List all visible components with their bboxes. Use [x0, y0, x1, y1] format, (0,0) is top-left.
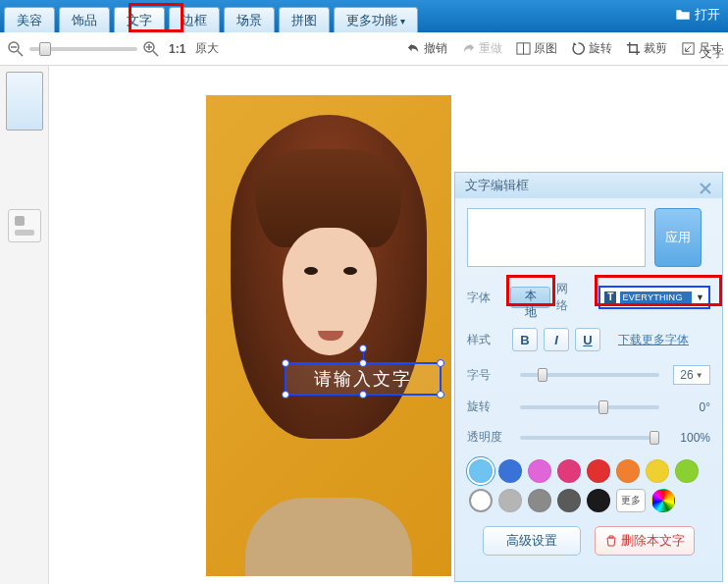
- opacity-label: 透明度: [467, 429, 506, 446]
- text-content-input[interactable]: [467, 208, 646, 267]
- size-label: 字号: [467, 367, 506, 384]
- photo-eye-left: [304, 267, 318, 275]
- resize-handle-tr[interactable]: [437, 359, 444, 367]
- rotate-button[interactable]: 旋转: [571, 40, 612, 57]
- color-picker-button[interactable]: [651, 489, 675, 512]
- zoom-group: [8, 41, 159, 57]
- crop-icon: [626, 41, 641, 56]
- color-swatch[interactable]: [587, 459, 610, 483]
- color-swatch[interactable]: [528, 489, 551, 512]
- font-select[interactable]: T EVERYTHING ▼: [598, 286, 710, 309]
- zoom-out-icon[interactable]: [8, 41, 24, 57]
- color-swatch[interactable]: [528, 459, 551, 483]
- close-icon: [699, 182, 712, 195]
- rotate-row: 旋转 0°: [467, 398, 710, 415]
- right-panel-label: 文字: [701, 45, 724, 62]
- tab-border[interactable]: 边框: [169, 7, 220, 32]
- resize-handle-t[interactable]: [359, 359, 367, 367]
- opacity-row: 透明度 100%: [467, 429, 710, 446]
- color-swatch[interactable]: [557, 489, 581, 512]
- bold-button[interactable]: B: [512, 328, 538, 351]
- zoom-ratio: 1:1: [169, 42, 185, 56]
- toolbar: 1:1 原大 撤销 重做 原图 旋转 裁剪 尺寸: [0, 32, 728, 66]
- panel-close-button[interactable]: [699, 179, 712, 192]
- original-button[interactable]: 原图: [516, 40, 557, 57]
- canvas-text-placeholder: 请输入文字: [314, 367, 412, 391]
- resize-handle-b[interactable]: [359, 391, 367, 398]
- resize-handle-tl[interactable]: [282, 359, 289, 367]
- underline-button[interactable]: U: [575, 328, 600, 351]
- size-slider[interactable]: [520, 373, 659, 377]
- chevron-down-icon: ▼: [696, 292, 704, 302]
- delete-text-label: 删除本文字: [621, 532, 685, 550]
- size-value[interactable]: 26▼: [673, 365, 710, 385]
- photo-shirt: [245, 498, 412, 576]
- tab-beauty[interactable]: 美容: [4, 7, 55, 32]
- color-swatch[interactable]: [646, 459, 669, 483]
- color-swatch[interactable]: [469, 459, 493, 483]
- main-tabbar: 美容 饰品 文字 边框 场景 拼图 更多功能 打开: [0, 0, 728, 32]
- style-label: 样式: [467, 332, 506, 348]
- undo-button[interactable]: 撤销: [406, 40, 447, 57]
- apply-button[interactable]: 应用: [654, 208, 702, 267]
- open-label: 打开: [695, 6, 720, 24]
- delete-text-button[interactable]: 删除本文字: [595, 526, 695, 556]
- svg-line-4: [153, 51, 158, 56]
- font-network-button[interactable]: 网络: [556, 281, 579, 314]
- photo[interactable]: 请输入文字: [206, 95, 451, 576]
- left-sidebar: [0, 66, 49, 584]
- tab-scene[interactable]: 场景: [224, 7, 275, 32]
- resize-handle-br[interactable]: [437, 391, 444, 398]
- zoom-slider[interactable]: [29, 47, 137, 51]
- color-swatch[interactable]: [587, 489, 610, 512]
- color-more-button[interactable]: 更多: [616, 489, 646, 512]
- color-swatch[interactable]: [498, 489, 522, 512]
- zoom-original-size[interactable]: 原大: [195, 40, 219, 57]
- crop-button[interactable]: 裁剪: [626, 40, 667, 57]
- canvas-text-box[interactable]: 请输入文字: [285, 362, 442, 396]
- panel-footer: 高级设置 删除本文字: [467, 512, 710, 556]
- rotate-handle[interactable]: [359, 345, 367, 352]
- style-row: 样式 B I U 下载更多字体: [467, 328, 710, 351]
- text-edit-panel: 文字编辑框 应用 字体 本地 网络 T EVERYTHING ▼ 样式 B I …: [454, 172, 723, 582]
- color-swatch-white[interactable]: [469, 489, 493, 512]
- zoom-in-icon[interactable]: [143, 41, 159, 57]
- sidebar-style-item[interactable]: [8, 209, 41, 242]
- size-row: 字号 26▼: [467, 365, 710, 385]
- rotate-label: 旋转: [467, 398, 506, 415]
- sidebar-thumb[interactable]: [6, 72, 43, 131]
- opacity-value: 100%: [673, 431, 710, 445]
- font-name: EVERYTHING: [620, 292, 692, 303]
- resize-handle-bl[interactable]: [282, 391, 289, 398]
- svg-line-1: [18, 51, 23, 56]
- download-fonts-link[interactable]: 下载更多字体: [618, 332, 689, 348]
- font-label: 字体: [467, 290, 504, 306]
- font-local-button[interactable]: 本地: [510, 287, 550, 308]
- rotate-icon: [571, 41, 586, 56]
- resize-icon: [681, 41, 696, 56]
- opacity-slider[interactable]: [520, 436, 659, 440]
- color-swatch[interactable]: [498, 459, 522, 483]
- redo-button[interactable]: 重做: [461, 40, 502, 57]
- panel-title-text: 文字编辑框: [465, 173, 529, 198]
- tab-accessory[interactable]: 饰品: [59, 7, 110, 32]
- italic-button[interactable]: I: [544, 328, 569, 351]
- open-button[interactable]: 打开: [675, 6, 720, 24]
- panel-titlebar[interactable]: 文字编辑框: [455, 173, 722, 198]
- advanced-settings-button[interactable]: 高级设置: [483, 526, 581, 556]
- compare-icon: [516, 41, 531, 56]
- redo-icon: [461, 41, 476, 56]
- color-swatch[interactable]: [675, 459, 699, 483]
- undo-icon: [406, 41, 421, 56]
- rotate-slider[interactable]: [520, 405, 659, 409]
- folder-icon: [675, 8, 691, 22]
- font-row: 字体 本地 网络 T EVERYTHING ▼: [467, 281, 710, 314]
- tab-collage[interactable]: 拼图: [279, 7, 330, 32]
- photo-eye-right: [343, 267, 357, 275]
- tab-text[interactable]: 文字: [114, 7, 165, 32]
- trash-icon: [605, 535, 617, 547]
- color-swatch[interactable]: [616, 459, 640, 483]
- font-type-icon: T: [604, 292, 616, 303]
- tab-more[interactable]: 更多功能: [334, 7, 418, 32]
- color-swatch[interactable]: [557, 459, 581, 483]
